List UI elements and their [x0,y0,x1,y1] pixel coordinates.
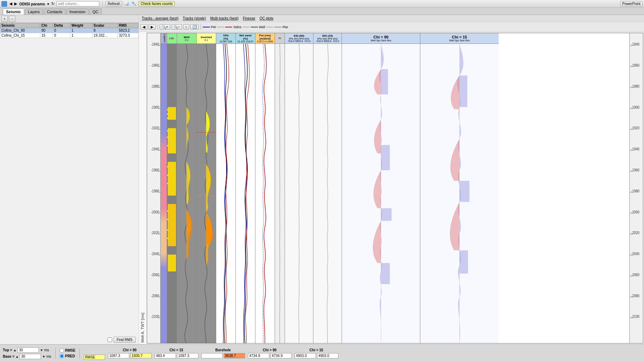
viz-sep1 [157,24,158,30]
tab-contacts[interactable]: Contacts [44,9,66,15]
nav-forward[interactable]: ▶ [14,1,17,6]
track-lith-header: Lith. [167,33,177,44]
y-ticks-left: -1840 -1860 -1880 -1900 -1920 -1940 [147,33,161,343]
legend-pw-line [203,27,210,27]
pred-borehole-input[interactable] [224,353,245,358]
legend-pw: PW [203,25,216,29]
base-unit: ms [46,355,51,358]
cell-rms-1: 3273.3 [118,33,138,38]
base-arrow-up[interactable]: ▲ [16,355,19,358]
top-value-input[interactable] [17,347,39,353]
svg-rect-31 [168,162,176,196]
pred-chi90-2-input[interactable] [270,353,292,358]
tab-layers[interactable]: Layers [25,9,43,15]
pred-chi90-input[interactable] [130,353,152,358]
cell-delta-0: 0 [53,28,71,33]
y-ticks-svg: -1840 -1860 -1880 -1900 -1920 -1940 [147,33,161,343]
track-chi-90-body [342,44,420,343]
cell-seismic-0: Cofins_Chi_90 [0,28,40,33]
table-row[interactable]: Cofins_Chi_90 90 0 1 8 5823.2 [0,28,139,33]
track-vsh: VSh [%] 12.947 100 [216,33,236,343]
powerpoint-button[interactable]: PowerPoint [620,1,643,6]
pred-chi15-2-input[interactable] [317,353,338,358]
base-arrow-down[interactable]: ▼ [42,355,45,358]
refresh-icon[interactable]: ↻ [51,1,54,6]
find-rms-checkbox[interactable] [108,337,112,342]
right-panel: Tracks - average (best) Tracks (single) … [139,15,644,344]
tracks-qc[interactable]: QC plots [260,16,274,20]
table-row[interactable]: Cofins_Chi_15 15 0 1 19.332... 3273.3 [0,33,139,38]
viz-toolbar: ◀ ▶ 🔍+ 🔍− ↕ 🔄 PW Stdvs Well [139,22,644,32]
track-vsh-body [216,44,235,343]
add-column-input[interactable] [57,1,99,6]
app-title: ODISI params [19,2,45,6]
col-scalar: Scalar [92,23,118,28]
base-value-input[interactable] [20,354,41,359]
rmse-borehole-input[interactable] [201,353,223,358]
chi-90-2-col-label: Chi = 90 [263,348,277,352]
rmse-chi15-2-input[interactable] [295,353,316,358]
track-lith: Lith. [167,33,177,343]
track-chi-15-header: Chi = 15 Well Syn Seis Res [420,33,499,44]
circle-icon: ● [47,2,49,6]
viz-btn-4[interactable]: 🔍− [171,24,182,30]
nav-back[interactable]: ◀ [9,1,12,6]
top-arrow-up[interactable]: ▲ [13,348,16,352]
cell-chi-1: 15 [40,33,53,38]
svg-rect-56 [381,208,392,221]
track-well-header: Well 0 1 [177,33,196,44]
track-por-res-header: Por (res) [m3/m3] 0.0271 0.2440 [255,33,275,44]
tab-inversion[interactable]: Inversion [66,9,89,15]
refresh-button[interactable]: Refresh [105,1,122,6]
track-por-res: Por (res) [m3/m3] 0.0271 0.2440 [255,33,275,343]
chi-15-2-col-label: Chi = 15 [310,348,323,352]
rmse-chi90-input[interactable] [108,353,129,358]
svg-rect-55 [381,145,390,170]
viz-btn-2[interactable]: ▶ [149,24,156,30]
track-inverted-header: Inverted 0 1 [197,33,216,44]
cell-rms-0: 5823.2 [118,28,138,33]
track-inverted: Inverted 0 1 [197,33,216,343]
top-label: Top = [3,348,12,352]
track-fi-body [275,44,285,343]
viz-btn-3[interactable]: 🔍+ [160,24,170,30]
tracks-avg-best[interactable]: Tracks - average (best) [142,16,178,20]
left-panel: + − Seismic Chi Delta Weight Scalar RMS … [0,15,139,344]
tab-seismic[interactable]: Seismic [3,9,24,15]
viz-btn-1[interactable]: ◀ [140,24,147,30]
track-chi-15-body [420,44,499,343]
svg-rect-46 [167,238,168,239]
find-rms-button[interactable]: Find RMS [114,337,136,343]
svg-rect-41 [167,175,168,176]
rmse-input[interactable] [84,355,105,360]
col-weight: Weight [70,23,92,28]
left-toolbar: + − [0,15,139,23]
tracks-multi-best[interactable]: Multi-tracks (best) [210,16,238,20]
track-type-bar: Tracks - average (best) Tracks (single) … [139,15,644,22]
track-well-body [177,44,196,343]
rmse-radio[interactable] [59,348,64,353]
tracks-single[interactable]: Tracks (single) [183,16,206,20]
svg-rect-57 [381,263,390,284]
tab-qc[interactable]: QC [89,9,102,15]
rmse-chi15-input[interactable] [155,353,176,358]
chi-15-col-label: Chi = 15 [170,348,183,352]
legend-well-label: Well [259,25,265,29]
cell-scalar-0: 8 [92,28,118,33]
viz-btn-5[interactable]: ↕ [183,24,189,30]
remove-row-btn[interactable]: − [9,16,15,22]
add-row-btn[interactable]: + [1,16,8,22]
track-eei-90-header: EEI (90) kPa sin() kPa sin() -518.9 5626… [285,33,313,44]
pred-radio[interactable] [59,354,64,358]
svg-rect-32 [168,204,176,246]
check-facies-button[interactable]: Check facies counts [139,1,175,6]
viz-btn-6[interactable]: 🔄 [190,24,199,30]
pred-chi15-input[interactable] [177,353,198,358]
rmse-chi90-2-input[interactable] [248,353,269,358]
svg-rect-30 [168,128,176,154]
top-arrow-down[interactable]: ▼ [40,348,43,352]
track-layers-body [161,44,167,343]
tracks-finesse[interactable]: Finesse [243,16,255,20]
tracks-container: Layers Lith. [161,33,629,343]
svg-rect-59 [459,76,467,107]
